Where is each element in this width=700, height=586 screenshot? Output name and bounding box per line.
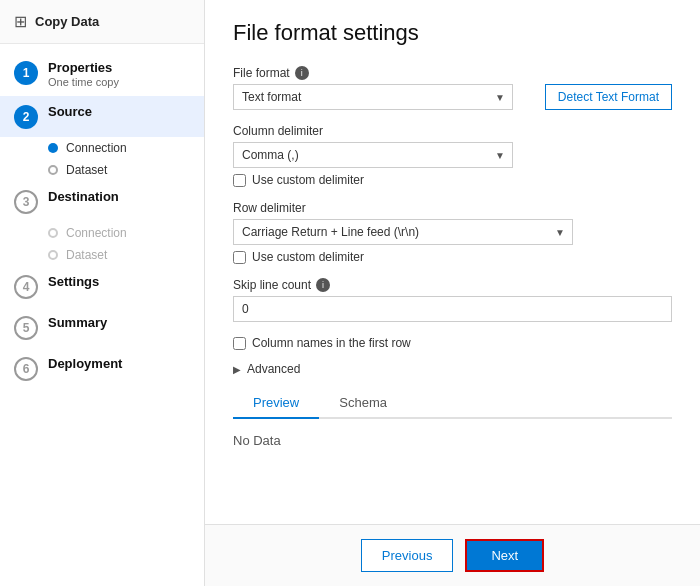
file-format-label: File format: [233, 66, 290, 80]
skip-line-count-label: Skip line count: [233, 278, 311, 292]
step-circle-3: 3: [14, 190, 38, 214]
column-delimiter-select[interactable]: Comma (,) Tab (\t) Semicolon (;) Pipe (|…: [233, 142, 513, 168]
row-delimiter-label: Row delimiter: [233, 201, 306, 215]
step-circle-5: 5: [14, 316, 38, 340]
destination-dataset-item[interactable]: Dataset: [48, 244, 204, 266]
copy-data-icon: ⊞: [14, 12, 27, 31]
column-names-first-row-checkbox[interactable]: [233, 337, 246, 350]
dest-connection-dot: [48, 228, 58, 238]
sidebar-item-summary[interactable]: 5 Summary: [0, 307, 204, 348]
source-connection-item[interactable]: Connection: [48, 137, 204, 159]
footer: Previous Next: [205, 524, 700, 586]
sidebar-item-source[interactable]: 2 Source: [0, 96, 204, 137]
dataset-label: Dataset: [66, 163, 107, 177]
skip-line-count-group: Skip line count i 0: [233, 278, 672, 322]
dest-connection-label: Connection: [66, 226, 127, 240]
use-custom-row-delimiter-row: Use custom delimiter: [233, 250, 672, 264]
file-format-select[interactable]: Text format Binary format JSON format OR…: [233, 84, 513, 110]
sidebar: ⊞ Copy Data 1 Properties One time copy 2…: [0, 0, 205, 586]
step-circle-1: 1: [14, 61, 38, 85]
sidebar-item-deployment[interactable]: 6 Deployment: [0, 348, 204, 389]
advanced-arrow-icon: ▶: [233, 364, 241, 375]
row-delimiter-select-wrapper: Carriage Return + Line feed (\r\n) Line …: [233, 219, 573, 245]
step-5-label: Summary: [48, 315, 107, 330]
main-body: File format settings File format i Text …: [205, 0, 700, 524]
connection-label: Connection: [66, 141, 127, 155]
column-delimiter-label: Column delimiter: [233, 124, 323, 138]
tabs-bar: Preview Schema: [233, 388, 672, 419]
sidebar-item-settings[interactable]: 4 Settings: [0, 266, 204, 307]
next-button[interactable]: Next: [465, 539, 544, 572]
use-custom-column-delimiter-label[interactable]: Use custom delimiter: [252, 173, 364, 187]
column-delimiter-select-wrapper: Comma (,) Tab (\t) Semicolon (;) Pipe (|…: [233, 142, 513, 168]
column-delimiter-group: Column delimiter Comma (,) Tab (\t) Semi…: [233, 124, 672, 187]
sidebar-item-properties[interactable]: 1 Properties One time copy: [0, 52, 204, 96]
sidebar-header: ⊞ Copy Data: [0, 0, 204, 44]
sidebar-item-destination[interactable]: 3 Destination: [0, 181, 204, 222]
step-3-label: Destination: [48, 189, 119, 204]
use-custom-row-delimiter-label[interactable]: Use custom delimiter: [252, 250, 364, 264]
step-circle-6: 6: [14, 357, 38, 381]
skip-line-count-input[interactable]: 0: [233, 296, 672, 322]
row-delimiter-group: Row delimiter Carriage Return + Line fee…: [233, 201, 672, 264]
no-data-label: No Data: [233, 429, 672, 452]
file-format-select-wrapper: Text format Binary format JSON format OR…: [233, 84, 513, 110]
dest-dataset-dot: [48, 250, 58, 260]
column-names-first-row-label[interactable]: Column names in the first row: [252, 336, 411, 350]
step-1-sublabel: One time copy: [48, 76, 119, 88]
step-2-label: Source: [48, 104, 92, 119]
file-format-info-icon[interactable]: i: [295, 66, 309, 80]
step-circle-4: 4: [14, 275, 38, 299]
destination-connection-item[interactable]: Connection: [48, 222, 204, 244]
step-circle-2: 2: [14, 105, 38, 129]
step-6-label: Deployment: [48, 356, 122, 371]
dataset-dot: [48, 165, 58, 175]
row-delimiter-select[interactable]: Carriage Return + Line feed (\r\n) Line …: [233, 219, 573, 245]
use-custom-column-delimiter-row: Use custom delimiter: [233, 173, 672, 187]
detect-text-format-button[interactable]: Detect Text Format: [545, 84, 672, 110]
source-sub-items: Connection Dataset: [0, 137, 204, 181]
source-dataset-item[interactable]: Dataset: [48, 159, 204, 181]
advanced-label: Advanced: [247, 362, 300, 376]
connection-dot: [48, 143, 58, 153]
previous-button[interactable]: Previous: [361, 539, 454, 572]
sidebar-nav: 1 Properties One time copy 2 Source Conn…: [0, 44, 204, 586]
use-custom-row-delimiter-checkbox[interactable]: [233, 251, 246, 264]
tab-schema[interactable]: Schema: [319, 388, 407, 419]
file-format-group: File format i Text format Binary format …: [233, 66, 672, 110]
use-custom-column-delimiter-checkbox[interactable]: [233, 174, 246, 187]
tab-preview[interactable]: Preview: [233, 388, 319, 419]
destination-sub-items: Connection Dataset: [0, 222, 204, 266]
main-content: File format settings File format i Text …: [205, 0, 700, 586]
advanced-toggle[interactable]: ▶ Advanced: [233, 362, 672, 376]
column-names-first-row-row: Column names in the first row: [233, 336, 672, 350]
page-title: File format settings: [233, 20, 672, 46]
skip-line-count-info-icon[interactable]: i: [316, 278, 330, 292]
step-1-label: Properties: [48, 60, 119, 75]
app-title: Copy Data: [35, 14, 99, 29]
step-4-label: Settings: [48, 274, 99, 289]
dest-dataset-label: Dataset: [66, 248, 107, 262]
